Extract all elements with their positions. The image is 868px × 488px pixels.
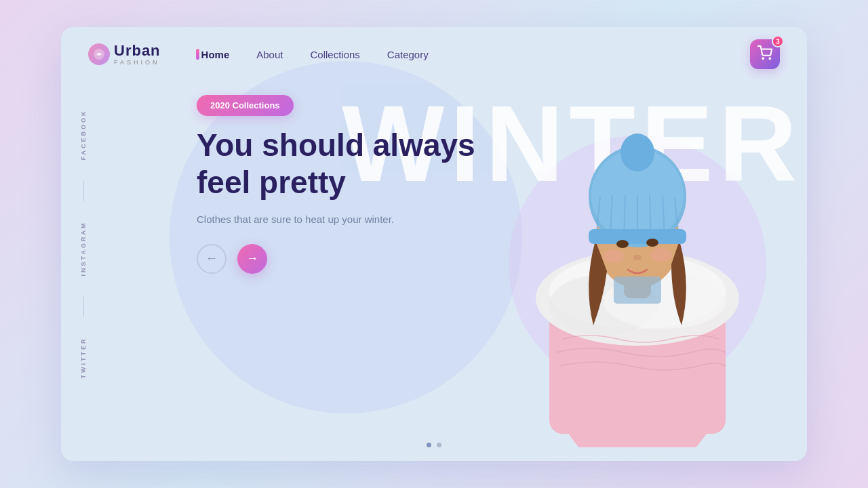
model-svg <box>509 95 766 447</box>
svg-point-2 <box>769 58 770 59</box>
logo-text: Urban FASHION <box>114 43 161 66</box>
logo-icon <box>88 43 110 65</box>
logo[interactable]: Urban FASHION <box>88 43 161 66</box>
social-divider-1 <box>83 181 84 201</box>
svg-rect-22 <box>589 229 686 244</box>
prev-icon: ← <box>205 251 218 266</box>
social-facebook[interactable]: FACEBOOK <box>80 110 87 161</box>
model-image <box>495 68 780 447</box>
svg-point-23 <box>616 240 629 248</box>
svg-point-1 <box>762 58 764 59</box>
cart-badge: 3 <box>772 35 784 47</box>
dot-1[interactable] <box>427 443 431 447</box>
logo-sub: FASHION <box>114 60 161 66</box>
logo-brand: Urban <box>114 43 161 58</box>
browser-window: WINTER Urban FASHION Home About Collecti… <box>61 27 807 461</box>
svg-point-25 <box>633 255 642 260</box>
next-icon: → <box>246 251 258 266</box>
hero-title-line2: feel pretty <box>197 165 346 200</box>
social-sidebar: FACEBOOK INSTAGRAM TWITTER <box>80 110 87 379</box>
dot-2[interactable] <box>437 443 441 447</box>
slide-dots <box>427 443 441 447</box>
svg-point-14 <box>620 134 654 171</box>
hero-title-line1: You should always <box>197 127 475 163</box>
nav-about[interactable]: About <box>256 46 283 63</box>
svg-point-24 <box>646 239 658 247</box>
nav-home[interactable]: Home <box>201 46 230 63</box>
nav-category[interactable]: Category <box>387 46 429 63</box>
nav-collections[interactable]: Collections <box>310 46 359 63</box>
cart-icon <box>757 45 772 64</box>
prev-button[interactable]: ← <box>197 244 226 274</box>
social-twitter[interactable]: TWITTER <box>80 337 87 378</box>
hero-subtitle: Clothes that are sure to heat up your wi… <box>197 212 441 228</box>
next-button[interactable]: → <box>237 244 267 274</box>
navbar: Urban FASHION Home About Collections Cat… <box>61 27 807 81</box>
svg-point-27 <box>650 248 672 262</box>
svg-point-26 <box>603 249 625 263</box>
hero-title: You should always feel pretty <box>197 127 481 201</box>
nav-links: Home About Collections Category <box>201 46 750 63</box>
social-divider-2 <box>83 296 84 317</box>
collections-badge[interactable]: 2020 Collections <box>197 95 294 116</box>
social-instagram[interactable]: INSTAGRAM <box>80 222 87 277</box>
svg-rect-28 <box>614 277 661 304</box>
cart-button[interactable]: 3 <box>750 39 780 69</box>
